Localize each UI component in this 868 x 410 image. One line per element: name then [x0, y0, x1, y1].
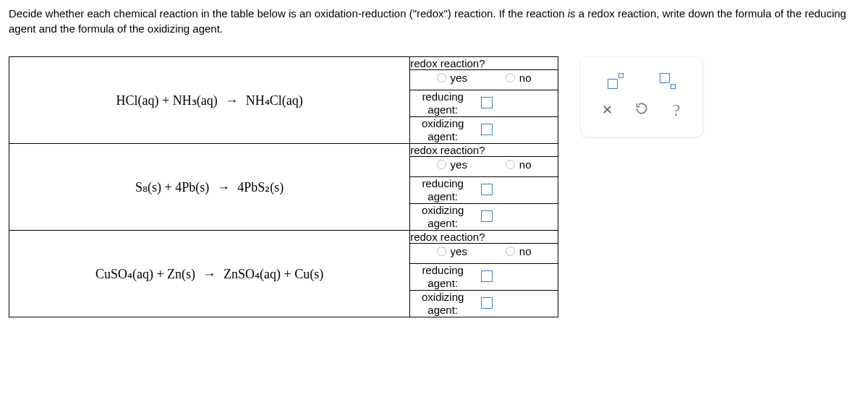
- radio-no-label: no: [519, 245, 532, 257]
- instructions-text: Decide whether each chemical reaction in…: [9, 6, 859, 36]
- radio-icon: [437, 160, 446, 169]
- radio-no[interactable]: no: [506, 158, 532, 171]
- radio-yes-label: yes: [451, 245, 467, 257]
- clear-button[interactable]: ✕: [592, 98, 621, 122]
- radio-icon: [506, 160, 515, 169]
- radio-yes[interactable]: yes: [437, 72, 467, 84]
- radio-icon: [437, 247, 446, 256]
- redox-question-label: redox reaction?: [410, 144, 485, 156]
- reset-button[interactable]: [627, 98, 656, 122]
- reducing-agent-input[interactable]: [481, 184, 493, 195]
- subscript-icon: [660, 73, 676, 89]
- superscript-button[interactable]: [601, 69, 630, 93]
- arrow-icon: →: [213, 180, 234, 195]
- radio-yes-label: yes: [451, 72, 467, 84]
- help-button[interactable]: ?: [662, 98, 691, 122]
- radio-no[interactable]: no: [506, 245, 532, 257]
- radio-yes[interactable]: yes: [437, 158, 467, 171]
- reaction-equation: S₈(s) + 4Pb(s) → 4PbS₂(s): [9, 144, 410, 231]
- radio-yes-label: yes: [451, 158, 467, 171]
- reaction-table: HCl(aq) + NH₃(aq) → NH₄Cl(aq) redox reac…: [9, 56, 558, 317]
- reducing-agent-input[interactable]: [481, 97, 493, 108]
- reaction-rhs: ZnSO₄(aq) + Cu(s): [224, 267, 323, 281]
- oxidizing-agent-label: oxidizing agent:: [410, 291, 475, 317]
- radio-icon: [437, 73, 446, 82]
- oxidizing-agent-input[interactable]: [481, 297, 493, 309]
- reaction-equation: HCl(aq) + NH₃(aq) → NH₄Cl(aq): [9, 57, 410, 144]
- reaction-equation: CuSO₄(aq) + Zn(s) → ZnSO₄(aq) + Cu(s): [9, 231, 410, 317]
- tool-palette: ✕ ?: [580, 56, 703, 137]
- oxidizing-agent-input[interactable]: [481, 124, 493, 135]
- instructions-emph: is: [568, 7, 576, 20]
- reaction-lhs: S₈(s) + 4Pb(s): [135, 180, 209, 195]
- help-icon: ?: [673, 101, 681, 120]
- reducing-agent-label: reducing agent:: [410, 264, 475, 290]
- radio-icon: [506, 73, 515, 82]
- redox-question-label: redox reaction?: [410, 57, 485, 69]
- redox-question-label: redox reaction?: [410, 231, 485, 243]
- subscript-button[interactable]: [653, 69, 682, 93]
- reaction-lhs: HCl(aq) + NH₃(aq): [116, 93, 218, 108]
- radio-yes[interactable]: yes: [437, 245, 467, 257]
- instructions-part1: Decide whether each chemical reaction in…: [9, 7, 568, 20]
- radio-no-label: no: [519, 72, 532, 84]
- reducing-agent-input[interactable]: [481, 270, 493, 282]
- close-icon: ✕: [602, 102, 613, 118]
- superscript-icon: [608, 73, 624, 89]
- reducing-agent-label: reducing agent:: [410, 177, 475, 203]
- reset-icon: [634, 101, 649, 119]
- reaction-lhs: CuSO₄(aq) + Zn(s): [95, 267, 195, 281]
- radio-no-label: no: [519, 158, 532, 171]
- radio-icon: [506, 247, 515, 256]
- reaction-rhs: NH₄Cl(aq): [246, 93, 303, 108]
- oxidizing-agent-input[interactable]: [481, 210, 493, 222]
- arrow-icon: →: [199, 267, 221, 281]
- oxidizing-agent-label: oxidizing agent:: [410, 117, 475, 143]
- reducing-agent-label: reducing agent:: [410, 90, 475, 116]
- radio-no[interactable]: no: [506, 72, 532, 84]
- oxidizing-agent-label: oxidizing agent:: [410, 204, 475, 230]
- reaction-rhs: 4PbS₂(s): [237, 180, 284, 195]
- arrow-icon: →: [221, 93, 242, 108]
